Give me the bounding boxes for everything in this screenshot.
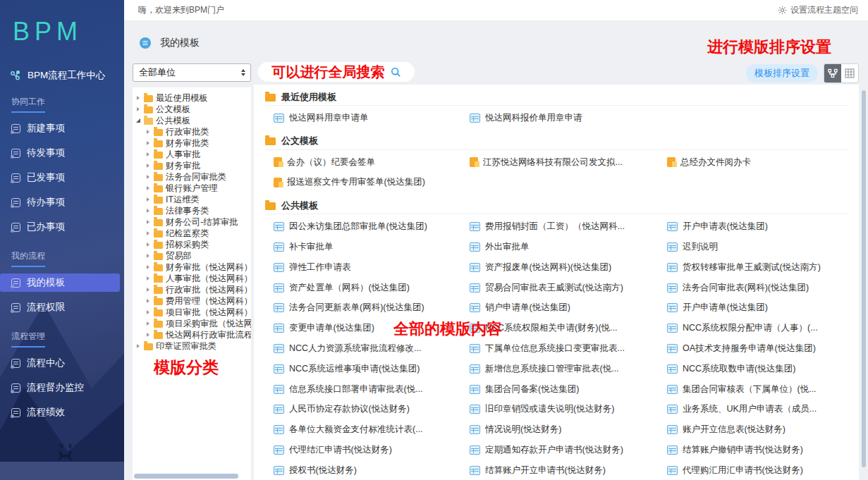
tree-node[interactable]: 行政审批（悦达网科） <box>133 284 251 295</box>
tree-expand-arrow-icon[interactable] <box>145 242 151 247</box>
tree-node[interactable]: 财务审批类 <box>133 137 251 149</box>
template-item[interactable]: 信息系统接口部署申请审批表(悦... <box>274 379 470 400</box>
template-item[interactable]: 各单位大额资金支付标准统计表(... <box>274 419 470 440</box>
tree-node[interactable]: 公文模板 <box>133 104 251 115</box>
sidebar-item[interactable]: 流程权限 <box>0 298 120 316</box>
tree-expand-arrow-icon[interactable] <box>145 164 151 168</box>
template-item[interactable]: 法务合同更新表单(网科)(悦达集团) <box>274 298 470 319</box>
template-item[interactable]: NCC系统权限分配申请（人事）(... <box>667 318 859 338</box>
tree-expand-arrow-icon[interactable] <box>145 276 151 281</box>
unit-filter-select[interactable]: 全部单位 <box>133 63 251 82</box>
template-item[interactable]: 悦达网科报价单用章申请 <box>470 108 667 128</box>
template-item[interactable]: 授权书(悦达财务) <box>274 460 470 480</box>
list-vertical-scrollbar[interactable] <box>862 90 866 467</box>
tree-expand-arrow-icon[interactable] <box>145 175 151 179</box>
tree-node[interactable]: 项目采购审批（悦达网科） <box>133 318 251 329</box>
template-item[interactable]: 代理购汇用汇申请书(悦达财务) <box>667 460 859 480</box>
tree-node[interactable]: 项目审批（悦达网科） <box>133 307 251 318</box>
tree-expand-arrow-icon[interactable] <box>145 231 151 235</box>
tree-node[interactable]: 财务审批 <box>133 160 251 171</box>
tree-node[interactable]: 法务合同审批类 <box>133 171 251 183</box>
sidebar-item[interactable]: 流程绩效 <box>0 403 120 421</box>
template-item[interactable]: 贸易合同审批表王威测试(悦达南方) <box>470 278 667 298</box>
template-item[interactable]: 外出审批单 <box>470 237 667 257</box>
tree-expand-arrow-icon[interactable] <box>145 333 151 337</box>
tree-node[interactable]: 贸易部 <box>133 250 251 261</box>
tree-view-toggle[interactable] <box>824 64 841 82</box>
tree-node[interactable]: 公共模板 <box>133 115 251 126</box>
template-item[interactable]: NCC人力资源系统审批流程修改... <box>274 338 470 359</box>
template-item[interactable]: 结算账户开立申请书(悦达财务) <box>470 460 667 480</box>
template-item[interactable]: 货权转移审批单王威测试(悦达南方) <box>667 257 859 278</box>
template-item[interactable]: 江苏悦达网络科技有限公司发文拟... <box>470 152 667 173</box>
template-item[interactable]: 新增信息系统接口管理审批表(悦... <box>470 359 667 379</box>
tree-expand-arrow-icon[interactable] <box>145 321 151 326</box>
tree-expand-arrow-icon[interactable] <box>145 209 151 213</box>
template-item[interactable]: 集团合同审核表（下属单位）(悦... <box>667 379 859 400</box>
sidebar-item[interactable]: 待办事项 <box>0 193 120 211</box>
tree-expand-arrow-icon[interactable] <box>145 141 151 145</box>
template-item[interactable]: 资产报废单(悦达网科)(悦达集团) <box>470 257 667 278</box>
template-item[interactable]: 账户开立信息表(悦达财务) <box>667 419 859 440</box>
tree-expand-arrow-icon[interactable] <box>135 107 141 111</box>
template-item[interactable]: 业务系统、UK用户申请表（成员... <box>667 400 859 420</box>
tree-node[interactable]: 人事审批 <box>133 149 251 160</box>
template-item[interactable]: 总经办文件阅办卡 <box>667 152 859 173</box>
tree-expand-arrow-icon[interactable] <box>145 310 151 314</box>
template-item[interactable]: 结算账户撤销申请书(悦达财务) <box>667 440 859 460</box>
tree-expand-arrow-icon[interactable] <box>145 254 151 258</box>
template-item[interactable]: 费用报销封面（工资）（悦达网科... <box>470 216 667 237</box>
sidebar-item[interactable]: 新建事项 <box>0 119 120 137</box>
template-item[interactable]: 报送巡察文件专用审签单(悦达集团) <box>274 173 470 193</box>
tree-node[interactable]: 银行账户管理 <box>133 183 251 194</box>
template-item[interactable]: 会办（议）纪要会签单 <box>274 152 470 173</box>
global-search-input[interactable]: 可以进行全局搜索 <box>258 62 415 82</box>
sidebar-item[interactable]: 流程中心 <box>0 354 120 372</box>
tree-node[interactable]: 费用管理（悦达网科） <box>133 295 251 307</box>
tree-node[interactable]: 纪检监察类 <box>133 228 251 239</box>
sidebar-item[interactable]: 已发事项 <box>0 168 120 187</box>
template-item[interactable]: 弹性工作申请表 <box>274 257 470 278</box>
template-item[interactable]: 迟到说明 <box>667 237 859 257</box>
tree-node[interactable]: 财务公司-结算审批 <box>133 216 251 228</box>
template-item[interactable]: 法务合同审批表(网科)(悦达集团) <box>667 278 859 298</box>
template-item[interactable]: 开户申请单(悦达集团) <box>667 298 859 319</box>
sidebar-item[interactable]: 已办事项 <box>0 218 120 236</box>
tree-expand-arrow-icon[interactable] <box>145 299 151 303</box>
tree-expand-arrow-icon[interactable] <box>145 130 151 134</box>
template-item[interactable]: 悦达网科用章申请单 <box>274 108 470 128</box>
sidebar-item-workcenter[interactable]: BPM流程工作中心 <box>10 69 124 82</box>
tree-node[interactable]: 法律事务类 <box>133 205 251 216</box>
sidebar-item[interactable]: 我的模板 <box>0 273 120 292</box>
tree-node[interactable]: 行政审批类 <box>133 126 251 137</box>
tree-node[interactable]: 人事审批（悦达网科） <box>133 273 251 284</box>
template-item[interactable]: 旧印章销毁或遗失说明(悦达财务) <box>470 400 667 420</box>
tree-expand-arrow-icon[interactable] <box>145 186 151 190</box>
tree-expand-arrow-icon[interactable] <box>145 265 151 269</box>
template-item[interactable]: OA技术支持服务申请单(悦达集团) <box>667 338 859 359</box>
tree-node[interactable]: IT运维类 <box>133 194 251 205</box>
template-sort-button[interactable]: 模板排序设置 <box>746 64 818 82</box>
tree-expand-arrow-icon[interactable] <box>145 288 151 292</box>
sidebar-item[interactable]: 待发事项 <box>0 144 120 162</box>
tree-expand-arrow-icon[interactable] <box>135 344 141 348</box>
theme-space-setting[interactable]: 设置流程主题空间 <box>778 4 858 16</box>
template-item[interactable]: NCC系统取数申请(悦达集团) <box>667 359 859 379</box>
tree-expand-arrow-icon[interactable] <box>145 152 151 156</box>
template-item[interactable]: 因公来访集团总部审批单(悦达集团) <box>274 216 470 237</box>
template-item[interactable]: 集团合同备案(悦达集团) <box>470 379 667 400</box>
template-item[interactable]: NCC系统运维事项申请(悦达集团) <box>274 359 470 379</box>
tree-expand-arrow-icon[interactable] <box>135 118 141 123</box>
tree-expand-arrow-icon[interactable] <box>145 220 151 224</box>
template-item[interactable]: 代理结汇申请书(悦达财务) <box>274 440 470 460</box>
sidebar-item[interactable]: 流程督办监控 <box>0 379 120 397</box>
tree-expand-arrow-icon[interactable] <box>135 96 141 100</box>
template-item[interactable]: 人民币协定存款协议(悦达财务) <box>274 400 470 420</box>
tree-node[interactable]: 印章证照审批类 <box>133 340 251 352</box>
grid-view-toggle[interactable] <box>841 64 858 82</box>
tree-node[interactable]: 悦达网科行政审批流程 <box>133 329 251 340</box>
tree-horizontal-scrollbar[interactable] <box>134 474 238 479</box>
template-item[interactable]: 补卡审批单 <box>274 237 470 257</box>
template-item[interactable]: 下属单位信息系统接口变更审批表... <box>470 338 667 359</box>
tree-node[interactable]: 财务审批（悦达网科） <box>133 261 251 273</box>
